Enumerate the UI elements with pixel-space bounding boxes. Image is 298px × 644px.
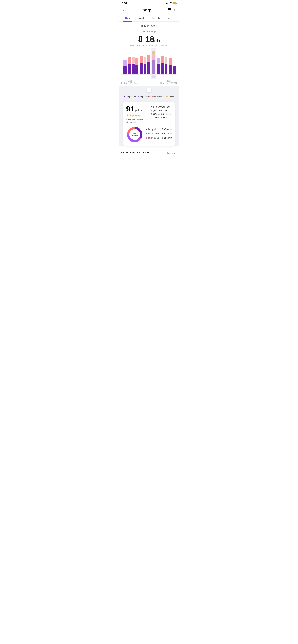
svg-rect-30 — [165, 57, 168, 64]
header-actions — [168, 8, 176, 12]
night-sleep-underline — [121, 154, 134, 155]
svg-rect-8 — [123, 66, 127, 74]
sleep-chart-container — [119, 48, 179, 79]
stat-left-rem: REM sleep — [146, 137, 159, 139]
sleep-duration: 8h 18min — [119, 33, 179, 44]
prev-date-button[interactable]: ‹ — [122, 24, 126, 29]
sleep-minutes: 18 — [145, 34, 154, 44]
sleep-hours: 8 — [138, 34, 143, 44]
night-sleep-title: Night sleep — [121, 151, 135, 154]
rise-time-info: 2/22 Rise time 9:00 AM — [161, 80, 177, 84]
stat-left-light: Light sleep — [146, 132, 159, 135]
next-date-button[interactable]: › — [172, 24, 176, 29]
bottom-padding — [119, 155, 179, 161]
light-sleep-dot — [138, 96, 139, 97]
legend-deep-sleep: Deep sleep — [123, 96, 136, 98]
awake-legend-label: Awake — [168, 96, 175, 98]
current-date: Feb 22, 2024 — [141, 25, 157, 28]
legend: Deep sleep Light sleep REM sleep Awake — [121, 94, 177, 100]
bed-time: Bed time 12:22 AM — [121, 82, 138, 84]
svg-rect-20 — [173, 66, 176, 74]
more-options-icon[interactable] — [173, 8, 176, 12]
light-stat-value: 3 h 37 min — [162, 132, 172, 135]
score-stars: ★★★★★ — [126, 114, 145, 117]
light-stat-name: Light sleep — [148, 132, 159, 135]
donut-chart: Sleepstatistics — [126, 126, 143, 143]
stat-row-rem: REM sleep 1 h 51 min — [146, 137, 172, 139]
deep-sleep-legend-label: Deep sleep — [125, 96, 136, 98]
bed-time-info: 2/22 Bed time 12:22 AM — [121, 80, 138, 84]
svg-rect-17 — [161, 63, 164, 74]
back-button[interactable]: ← — [122, 8, 126, 13]
gray-section: Deep sleep Light sleep REM sleep Awake 9… — [119, 86, 179, 146]
scroll-handle[interactable] — [146, 88, 152, 92]
svg-rect-22 — [132, 56, 134, 64]
score-number-row: 91 points — [126, 105, 145, 113]
legend-rem-sleep: REM sleep — [152, 96, 164, 98]
score-card: 91 points ★★★★★ Better than 99% ofother … — [123, 102, 175, 146]
svg-rect-26 — [147, 55, 150, 62]
rise-time: Rise time 9:00 AM — [161, 82, 177, 84]
tab-year[interactable]: Year — [166, 15, 175, 22]
score-top: 91 points ★★★★★ Better than 99% ofother … — [126, 105, 172, 124]
tab-month[interactable]: Month — [151, 15, 162, 22]
svg-rect-14 — [147, 62, 150, 74]
svg-rect-25 — [143, 56, 146, 64]
svg-rect-32 — [123, 60, 127, 66]
deep-sleep-detail: Deep sleep 36 minutes 6:13 AM - 6:49 AM — [119, 44, 179, 47]
score-left: 91 points ★★★★★ Better than 99% ofother … — [126, 105, 145, 124]
chevron-right-icon: › — [176, 152, 177, 154]
rem-stat-dot — [146, 137, 147, 138]
svg-rect-10 — [132, 64, 134, 74]
deep-stat-name: Deep sleep — [148, 128, 159, 130]
tab-day[interactable]: Day — [123, 15, 132, 22]
svg-rect-12 — [139, 63, 143, 74]
svg-point-6 — [174, 10, 175, 11]
svg-rect-18 — [165, 64, 168, 74]
status-icons: 17 — [166, 2, 176, 5]
svg-rect-11 — [135, 65, 138, 74]
sleep-stats: Sleepstatistics Deep sleep 2 h 50 min Li… — [126, 126, 172, 143]
rem-stat-value: 1 h 51 min — [162, 137, 172, 139]
svg-rect-19 — [169, 65, 172, 74]
svg-rect-35 — [121, 74, 177, 75]
chart-footer: 2/22 Bed time 12:22 AM 2/22 Rise time 9:… — [119, 79, 179, 86]
stats-list: Deep sleep 2 h 50 min Light sleep 3 h 37… — [146, 128, 172, 141]
tab-week[interactable]: Week — [136, 15, 146, 22]
deep-stat-dot — [146, 129, 147, 130]
legend-awake: Awake — [166, 96, 175, 98]
sleep-chart-svg — [121, 48, 177, 79]
svg-rect-16 — [157, 64, 160, 74]
donut-label: Sleepstatistics — [131, 132, 138, 137]
night-sleep-value: 8 h 18 min — [137, 151, 150, 154]
rem-stat-name: REM sleep — [148, 137, 159, 139]
score-points-label: points — [135, 109, 143, 112]
svg-rect-33 — [157, 58, 160, 64]
rem-sleep-legend-label: REM sleep — [154, 96, 164, 98]
deep-stat-value: 2 h 50 min — [162, 128, 172, 130]
sleep-chart — [121, 48, 177, 79]
night-sleep-section[interactable]: Night sleep 8 h 18 min Normal › — [119, 148, 179, 155]
sleep-type-label: Night sleep — [119, 30, 179, 33]
sleep-h-unit: h — [143, 39, 144, 42]
battery-icon: 17 — [173, 2, 176, 4]
svg-point-36 — [151, 76, 156, 78]
deep-sleep-dot — [123, 96, 125, 97]
bed-date: 2/22 — [121, 80, 138, 82]
calendar-icon[interactable] — [168, 8, 171, 12]
night-sleep-left: Night sleep 8 h 18 min — [121, 151, 150, 155]
header: ← Sleep — [119, 6, 179, 15]
rise-date: 2/22 — [161, 80, 177, 82]
score-number: 91 — [126, 105, 134, 113]
svg-rect-31 — [169, 58, 172, 65]
svg-rect-0 — [168, 8, 171, 11]
rem-sleep-dot — [152, 96, 154, 97]
score-rank: Better than 99% ofother users — [126, 118, 145, 124]
normal-badge: Normal › — [167, 152, 177, 154]
date-navigator: ‹ Feb 22, 2024 › — [119, 22, 179, 30]
light-stat-dot — [146, 133, 147, 134]
status-time: 3:54 — [122, 2, 127, 5]
wifi-icon — [169, 2, 172, 5]
stat-row-deep: Deep sleep 2 h 50 min — [146, 128, 172, 130]
svg-rect-29 — [161, 56, 164, 63]
